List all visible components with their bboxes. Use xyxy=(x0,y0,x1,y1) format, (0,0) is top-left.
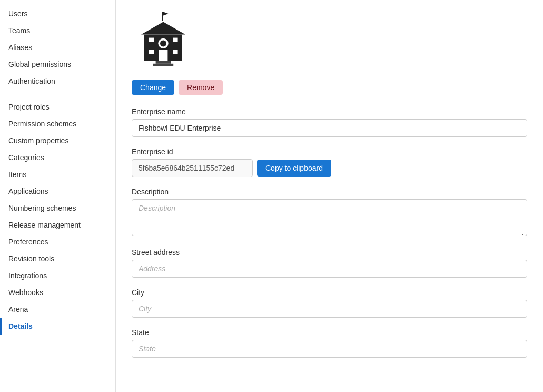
svg-point-5 xyxy=(160,40,166,46)
enterprise-name-input[interactable] xyxy=(132,119,527,137)
enterprise-id-input[interactable] xyxy=(132,159,253,177)
school-icon xyxy=(132,11,195,74)
svg-rect-8 xyxy=(149,50,154,54)
enterprise-name-label: Enterprise name xyxy=(132,107,527,116)
sidebar-item-details[interactable]: Details xyxy=(0,318,115,335)
sidebar-item-global-permissions[interactable]: Global permissions xyxy=(0,56,115,73)
sidebar-item-arena[interactable]: Arena xyxy=(0,301,115,318)
enterprise-id-label: Enterprise id xyxy=(132,148,527,156)
sidebar-item-release-management[interactable]: Release management xyxy=(0,217,115,233)
sidebar-item-project-roles[interactable]: Project roles xyxy=(0,99,115,115)
description-input[interactable] xyxy=(132,199,527,236)
sidebar-item-custom-properties[interactable]: Custom properties xyxy=(0,132,115,149)
svg-rect-10 xyxy=(173,50,178,54)
svg-rect-0 xyxy=(162,12,163,21)
enterprise-name-group: Enterprise name xyxy=(132,107,527,137)
svg-marker-2 xyxy=(141,22,185,35)
street-address-input[interactable] xyxy=(132,260,527,278)
sidebar-divider xyxy=(0,94,115,94)
city-label: City xyxy=(132,288,527,297)
city-input[interactable] xyxy=(132,300,527,318)
change-button[interactable]: Change xyxy=(132,80,174,95)
remove-button[interactable]: Remove xyxy=(179,80,223,95)
street-address-label: Street address xyxy=(132,248,527,257)
description-group: Description xyxy=(132,188,527,238)
description-label: Description xyxy=(132,188,527,196)
sidebar-item-webhooks[interactable]: Webhooks xyxy=(0,284,115,301)
sidebar-item-items[interactable]: Items xyxy=(0,166,115,183)
logo-area: Change Remove xyxy=(132,11,527,95)
svg-marker-1 xyxy=(163,12,169,15)
sidebar-item-applications[interactable]: Applications xyxy=(0,183,115,200)
sidebar-item-authentication[interactable]: Authentication xyxy=(0,73,115,90)
copy-to-clipboard-button[interactable]: Copy to clipboard xyxy=(257,160,331,177)
sidebar-item-permission-schemes[interactable]: Permission schemes xyxy=(0,115,115,132)
sidebar-item-users[interactable]: Users xyxy=(0,5,115,22)
city-group: City xyxy=(132,288,527,318)
sidebar-item-integrations[interactable]: Integrations xyxy=(0,267,115,284)
sidebar-item-aliases[interactable]: Aliases xyxy=(0,39,115,56)
sidebar-item-revision-tools[interactable]: Revision tools xyxy=(0,250,115,267)
svg-rect-11 xyxy=(156,61,171,64)
sidebar-item-preferences[interactable]: Preferences xyxy=(0,233,115,250)
sidebar: Users Teams Aliases Global permissions A… xyxy=(0,0,116,392)
svg-rect-9 xyxy=(159,50,168,61)
state-input[interactable] xyxy=(132,340,527,358)
sidebar-item-categories[interactable]: Categories xyxy=(0,149,115,166)
svg-rect-6 xyxy=(149,38,154,42)
state-label: State xyxy=(132,328,527,337)
street-address-group: Street address xyxy=(132,248,527,278)
svg-rect-7 xyxy=(173,38,178,42)
main-content: Change Remove Enterprise name Enterprise… xyxy=(116,0,543,392)
sidebar-item-numbering-schemes[interactable]: Numbering schemes xyxy=(0,200,115,217)
state-group: State xyxy=(132,328,527,358)
logo-buttons: Change Remove xyxy=(132,80,223,95)
sidebar-item-teams[interactable]: Teams xyxy=(0,22,115,39)
enterprise-id-row: Copy to clipboard xyxy=(132,159,527,177)
svg-rect-12 xyxy=(153,64,173,66)
enterprise-id-group: Enterprise id Copy to clipboard xyxy=(132,148,527,177)
